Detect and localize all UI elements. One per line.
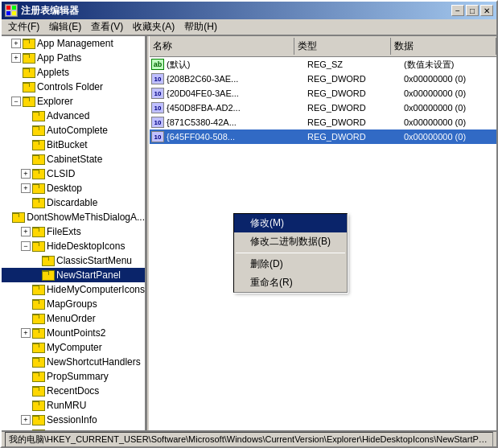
tree-item-app-management[interactable]: +App Management: [2, 36, 145, 51]
tree-item-mountpoints2[interactable]: +MountPoints2: [2, 326, 145, 340]
tree-label-mountpoints2: MountPoints2: [47, 327, 105, 339]
tree-item-desktop[interactable]: +Desktop: [2, 181, 145, 195]
menu-item-a[interactable]: 收藏夹(A): [128, 18, 179, 35]
ctx-item-rename[interactable]: 重命名(R): [234, 273, 347, 292]
tree-item-advanced[interactable]: Advanced: [2, 109, 145, 123]
reg-name-reg4: {871C5380-42A...: [167, 117, 307, 127]
tree-item-explorer[interactable]: −Explorer: [2, 94, 145, 109]
registry-row-default[interactable]: ab(默认)REG_SZ(数值未设置): [150, 57, 496, 72]
folder-icon-autocomplete: [32, 125, 45, 136]
tree-label-newstartpanel: NewStartPanel: [56, 269, 121, 281]
tree-expand-explorer[interactable]: −: [11, 97, 21, 106]
status-bar: 我的电脑\HKEY_CURRENT_USER\Software\Microsof…: [2, 430, 496, 446]
reg-type-reg4: REG_DWORD: [307, 117, 404, 127]
tree-item-menuorder[interactable]: MenuOrder: [2, 311, 145, 326]
tree-expand-desktop[interactable]: +: [21, 183, 31, 193]
tree-expand-app-paths[interactable]: +: [11, 53, 21, 63]
menu-item-f[interactable]: 文件(F): [3, 18, 44, 35]
folder-icon-bitbucket: [32, 139, 45, 150]
close-button[interactable]: ✕: [480, 5, 493, 16]
tree-item-cabinetstate[interactable]: CabinetState: [2, 152, 145, 166]
tree-item-propsummary[interactable]: PropSummary: [2, 369, 145, 384]
tree-label-recentdocs: RecentDocs: [47, 385, 99, 397]
folder-icon-app-paths: [23, 52, 35, 64]
tree-item-fileexts[interactable]: +FileExts: [2, 224, 145, 239]
tree-label-sessioninfo: SessionInfo: [47, 414, 97, 425]
registry-row-reg5[interactable]: 10{645FF040-508...REG_DWORD0x00000000 (0…: [150, 129, 496, 144]
tree-item-mapgroups[interactable]: MapGroups: [2, 297, 145, 311]
tree-expand-mountpoints2[interactable]: +: [21, 328, 31, 338]
maximize-button[interactable]: □: [466, 5, 479, 16]
folder-icon-cabinetstate: [32, 154, 45, 165]
reg-data-reg1: 0x00000000 (0): [404, 74, 495, 84]
reg-data-reg2: 0x00000000 (0): [404, 88, 495, 98]
tree-item-applets[interactable]: Applets: [2, 65, 145, 80]
tree-label-clsid: CLSID: [47, 168, 75, 179]
tree-item-mycomputer[interactable]: MyComputer: [2, 340, 145, 355]
svg-rect-3: [12, 11, 16, 15]
folder-icon-explorer: [23, 96, 35, 107]
tree-label-desktop: Desktop: [47, 183, 82, 194]
tree-item-bitbucket[interactable]: BitBucket: [2, 138, 145, 152]
minimize-button[interactable]: −: [451, 5, 464, 16]
tree-label-app-management: App Management: [37, 38, 113, 49]
ctx-item-modify[interactable]: 修改(M): [234, 214, 347, 232]
tree-item-discardable[interactable]: Discardable: [2, 195, 145, 210]
col-header-data[interactable]: 数据: [391, 38, 496, 55]
tree-label-bitbucket: BitBucket: [47, 139, 88, 150]
folder-icon-sessioninfo: [32, 414, 45, 425]
ctx-item-modify-binary[interactable]: 修改二进制数据(B): [234, 232, 347, 251]
tree-expand-hidedesktopicons[interactable]: −: [21, 241, 31, 251]
tree-label-explorer: Explorer: [37, 96, 73, 107]
reg-name-reg1: {208B2C60-3AE...: [167, 74, 307, 84]
tree-item-dontshowmethisdialog[interactable]: DontShowMeThisDialogA...: [2, 210, 145, 224]
tree-item-hidemycomputericons[interactable]: HideMyComputerIcons: [2, 282, 145, 297]
tree-expand-fileexts[interactable]: +: [21, 227, 31, 236]
ctx-item-delete[interactable]: 删除(D): [234, 255, 347, 273]
folder-icon-controls-folder: [23, 81, 35, 92]
app-icon: [5, 4, 18, 17]
tree-item-autocomplete[interactable]: AutoComplete: [2, 123, 145, 138]
reg-data-default: (数值未设置): [404, 59, 495, 71]
tree-label-hidedesktopicons: HideDesktopIcons: [47, 240, 125, 252]
tree-label-newshortcuthandlers: NewShortcutHandlers: [47, 356, 141, 368]
registry-row-reg4[interactable]: 10{871C5380-42A...REG_DWORD0x00000000 (0…: [150, 115, 496, 129]
menu-item-e[interactable]: 编辑(E): [44, 18, 86, 35]
tree-expand-sessioninfo[interactable]: +: [21, 415, 31, 425]
tree-label-runmru: RunMRU: [47, 400, 86, 411]
reg-type-reg2: REG_DWORD: [307, 88, 404, 98]
folder-icon-dontshowmethisdialog: [12, 212, 25, 223]
tree-item-classicstartmenu[interactable]: ClassicStartMenu: [2, 253, 145, 268]
menu-item-h[interactable]: 帮助(H): [179, 18, 222, 35]
ctx-separator: [236, 253, 345, 253]
tree-item-recentdocs[interactable]: RecentDocs: [2, 384, 145, 398]
col-header-type[interactable]: 类型: [294, 38, 391, 55]
tree-item-runmru[interactable]: RunMRU: [2, 398, 145, 413]
tree-label-mapgroups: MapGroups: [47, 298, 97, 310]
tree-panel[interactable]: +App Management+App PathsAppletsControls…: [2, 36, 146, 430]
tree-item-sessioninfo[interactable]: +SessionInfo: [2, 413, 145, 427]
tree-item-newshortcuthandlers[interactable]: NewShortcutHandlers: [2, 355, 145, 369]
tree-expand-clsid[interactable]: +: [21, 169, 31, 179]
folder-icon-mycomputer: [32, 342, 45, 353]
tree-item-app-paths[interactable]: +App Paths: [2, 51, 145, 65]
registry-row-reg2[interactable]: 10{20D04FE0-3AE...REG_DWORD0x00000000 (0…: [150, 86, 496, 101]
tree-item-newstartpanel[interactable]: NewStartPanel: [2, 268, 145, 282]
tree-item-clsid[interactable]: +CLSID: [2, 166, 145, 181]
reg-icon-reg3: 10: [151, 102, 164, 113]
col-header-name[interactable]: 名称: [150, 38, 294, 55]
folder-icon-newstartpanel: [42, 269, 55, 281]
reg-icon-reg5: 10: [151, 131, 164, 142]
registry-row-reg3[interactable]: 10{450D8FBA-AD2...REG_DWORD0x00000000 (0…: [150, 101, 496, 115]
tree-label-dontshowmethisdialog: DontShowMeThisDialogA...: [27, 212, 145, 223]
folder-icon-advanced: [32, 110, 45, 121]
reg-data-reg3: 0x00000000 (0): [404, 103, 495, 113]
svg-rect-0: [6, 6, 10, 10]
reg-icon-default: ab: [151, 59, 164, 70]
tree-item-controls-folder[interactable]: Controls Folder: [2, 80, 145, 94]
registry-row-reg1[interactable]: 10{208B2C60-3AE...REG_DWORD0x00000000 (0…: [150, 72, 496, 86]
tree-item-hidedesktopicons[interactable]: −HideDesktopIcons: [2, 239, 145, 253]
reg-name-reg3: {450D8FBA-AD2...: [167, 103, 307, 113]
tree-expand-app-management[interactable]: +: [11, 39, 21, 48]
menu-item-v[interactable]: 查看(V): [86, 18, 128, 35]
